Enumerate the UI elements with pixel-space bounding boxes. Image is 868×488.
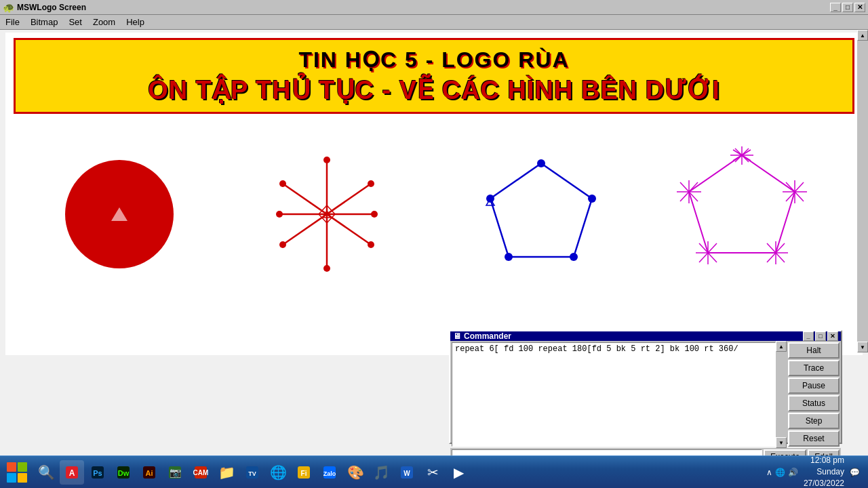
main-canvas: TIN HỌC 5 - LOGO RÙA ÔN TẬP THỦ TỤC - VẼ… <box>5 33 863 355</box>
title-bar: 🐢 MSWLogo Screen _ □ ✕ <box>0 0 868 15</box>
star-shape <box>259 143 395 285</box>
text-scroll-down[interactable]: ▼ <box>776 437 787 448</box>
notification-icon[interactable]: 💬 <box>850 468 860 477</box>
zalo-icon[interactable]: Zalo <box>317 460 342 485</box>
svg-marker-14 <box>490 163 592 257</box>
svg-point-15 <box>537 159 545 167</box>
menu-bitmap[interactable]: Bitmap <box>25 16 63 28</box>
svg-point-5 <box>371 211 378 218</box>
groove-icon[interactable]: 🎵 <box>369 460 393 485</box>
system-tray: ∧ 🌐 🔊 <box>766 468 798 477</box>
svg-point-8 <box>279 180 286 187</box>
step-button[interactable]: Step <box>788 413 840 429</box>
svg-point-9 <box>368 241 374 248</box>
teamviewer-icon[interactable]: TV <box>240 460 264 485</box>
svg-text:Fi: Fi <box>301 470 307 477</box>
main-scrollbar[interactable]: ▲ ▼ <box>857 30 868 352</box>
windows-logo <box>7 462 27 483</box>
app-icon: 🐢 <box>3 2 14 13</box>
status-button[interactable]: Status <box>788 395 840 411</box>
menu-bar: File Bitmap Set Zoom Help <box>0 15 868 30</box>
menu-file[interactable]: File <box>0 16 25 28</box>
svg-text:Ps: Ps <box>93 469 102 477</box>
svg-text:Ai: Ai <box>146 469 153 477</box>
menu-help[interactable]: Help <box>121 16 150 28</box>
scroll-up-button[interactable]: ▲ <box>857 30 868 41</box>
svg-point-4 <box>276 211 283 218</box>
photoshop-icon[interactable]: Ps <box>85 460 110 485</box>
commander-title: Commander <box>464 331 511 341</box>
turtle-icon <box>111 207 127 221</box>
text-scroll-up[interactable]: ▲ <box>776 341 787 352</box>
banner-subtitle: ÔN TẬP THỦ TỤC - VẼ CÁC HÌNH BÊN DƯỚI <box>29 75 839 105</box>
svg-text:A: A <box>69 468 75 478</box>
taskbar-icons: 🔍 A Ps Dw Ai 📷 CAM 📁 TV 🌐 Fi Zalo 🎨 <box>31 460 473 485</box>
clock-day: Sunday <box>804 466 844 478</box>
menu-zoom[interactable]: Zoom <box>87 16 121 28</box>
maximize-button[interactable]: □ <box>842 3 853 12</box>
svg-point-16 <box>588 195 596 203</box>
commander-minimize[interactable]: _ <box>803 331 814 341</box>
sound-icon: 🔊 <box>788 468 798 477</box>
start-button[interactable] <box>3 460 31 485</box>
trace-button[interactable]: Trace <box>788 360 840 376</box>
svg-point-17 <box>570 253 578 261</box>
dreamweaver-icon[interactable]: Dw <box>111 460 136 485</box>
firefox-icon[interactable]: 🌐 <box>266 460 290 485</box>
magenta-star-pentagon <box>674 143 810 285</box>
reset-button[interactable]: Reset <box>788 430 840 447</box>
menu-set[interactable]: Set <box>63 16 87 28</box>
paint-icon[interactable]: 🎨 <box>343 460 368 485</box>
svg-text:Zalo: Zalo <box>323 470 336 477</box>
win-red-square <box>7 462 16 472</box>
svg-text:📷: 📷 <box>170 467 182 479</box>
win-blue-square <box>7 473 16 483</box>
code-display: repeat 6[ fd 100 repeat 180[fd 5 bk 5 rt… <box>452 343 775 378</box>
clock[interactable]: 12:08 pm Sunday 27/03/2022 <box>804 455 844 488</box>
commander-buttons: Halt Trace Pause Status Step Reset <box>787 341 841 448</box>
svg-text:TV: TV <box>248 470 256 477</box>
minimize-button[interactable]: _ <box>830 3 841 12</box>
svg-point-6 <box>323 157 330 163</box>
files-icon[interactable]: Fi <box>292 460 316 485</box>
camtasia-icon[interactable]: CAM <box>189 460 213 485</box>
text-scrollbar[interactable]: ▲ ▼ <box>776 341 787 448</box>
scroll-down-button[interactable]: ▼ <box>857 342 868 352</box>
taskbar-right: ∧ 🌐 🔊 12:08 pm Sunday 27/03/2022 💬 <box>766 455 865 488</box>
commander-window: 🖥 Commander _ □ ✕ repeat 6[ fd 100 repea… <box>449 330 842 444</box>
halt-button[interactable]: Halt <box>788 342 840 359</box>
search-taskbar-icon[interactable]: 🔍 <box>34 460 58 485</box>
acrobat-icon[interactable]: A <box>60 460 84 485</box>
folder-icon[interactable]: 📁 <box>214 460 239 485</box>
window-title: MSWLogo Screen <box>17 3 86 12</box>
word-icon[interactable]: W <box>395 460 419 485</box>
banner: TIN HỌC 5 - LOGO RÙA ÔN TẬP THỦ TỤC - VẼ… <box>14 38 854 114</box>
commander-text-area: repeat 6[ fd 100 repeat 180[fd 5 bk 5 rt… <box>452 342 776 447</box>
greenshot-icon[interactable]: 📷 <box>163 460 187 485</box>
svg-point-10 <box>368 180 374 187</box>
taskbar: 🔍 A Ps Dw Ai 📷 CAM 📁 TV 🌐 Fi Zalo 🎨 <box>0 455 868 488</box>
network-icon: 🌐 <box>775 468 785 477</box>
tray-expand[interactable]: ∧ <box>766 468 772 477</box>
svg-point-18 <box>505 253 513 261</box>
svg-text:Dw: Dw <box>118 469 130 477</box>
close-button[interactable]: ✕ <box>854 3 865 12</box>
svg-marker-21 <box>689 155 795 253</box>
win-green-square <box>18 462 27 472</box>
pause-button[interactable]: Pause <box>788 378 840 394</box>
blue-pentagon <box>473 150 595 279</box>
shapes-area <box>5 119 863 296</box>
svg-point-11 <box>279 241 286 248</box>
clock-time: 12:08 pm <box>804 455 844 466</box>
red-circle <box>65 160 174 268</box>
svg-text:CAM: CAM <box>193 469 208 476</box>
media-icon[interactable]: ▶ <box>446 460 471 485</box>
commander-titlebar: 🖥 Commander _ □ ✕ <box>450 331 841 341</box>
illustrator-icon[interactable]: Ai <box>137 460 161 485</box>
commander-close[interactable]: ✕ <box>827 331 838 341</box>
win-yellow-square <box>18 473 27 483</box>
commander-maximize[interactable]: □ <box>815 331 826 341</box>
snip-icon[interactable]: ✂ <box>420 460 445 485</box>
svg-text:W: W <box>403 470 410 477</box>
clock-date: 27/03/2022 <box>804 478 844 488</box>
